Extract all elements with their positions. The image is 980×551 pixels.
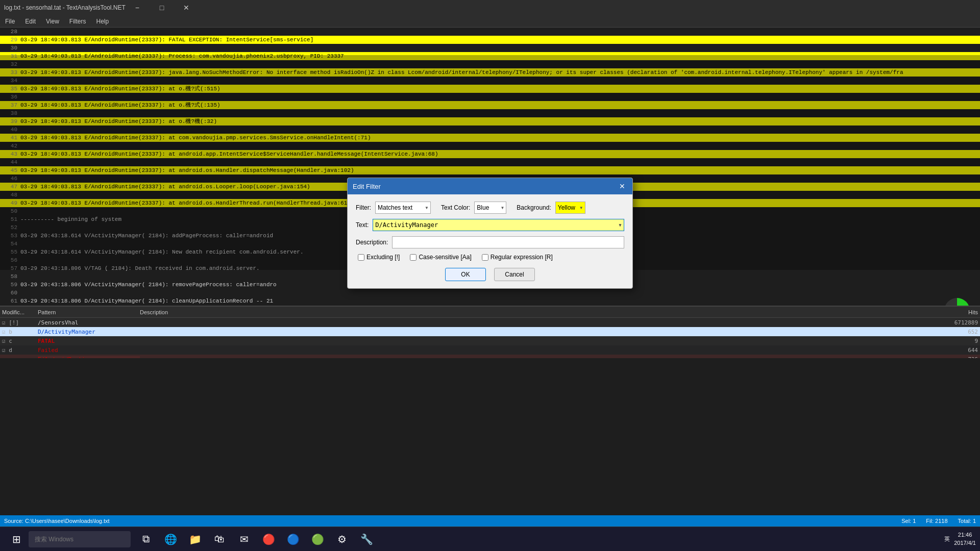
log-line: 60	[0, 289, 980, 297]
background-select-wrap: None Yellow Red Green Blue	[555, 202, 585, 214]
filter-pattern: Failed	[38, 347, 140, 354]
dialog-row-checkboxes: Excluding [!] Case-sensitive [Aa] Regula…	[358, 254, 624, 261]
clock: 21:46 2017/4/1	[954, 531, 976, 547]
titlebar: log.txt - sensorhal.tat - TextAnalysisTo…	[0, 0, 980, 15]
filter-row[interactable]: ☑ [!] /SensorsVhal 6712889	[0, 318, 980, 327]
background-label: Background:	[517, 204, 551, 211]
app2-icon[interactable]: 🔵	[282, 528, 304, 550]
text-color-select[interactable]: Default Blue Red Green Yellow	[474, 202, 506, 214]
clock-date: 2017/4/1	[954, 539, 976, 547]
filter-modif: ☑ e	[2, 356, 38, 359]
log-line: 30	[0, 44, 980, 52]
close-button[interactable]: ✕	[175, 0, 198, 15]
ok-button[interactable]: OK	[445, 268, 486, 281]
filter-select-wrap: Matches text Does not match Matches rege…	[375, 202, 431, 214]
filter-modif: ☑ [!]	[2, 319, 38, 326]
regex-label: Regular expression [R]	[491, 254, 553, 261]
filter-hits: 736	[937, 356, 978, 359]
dialog-backdrop: Edit Filter ✕ Filter: Matches text Does …	[0, 55, 980, 270]
edge-icon[interactable]: 🌐	[159, 528, 182, 550]
explorer-icon[interactable]: 📁	[184, 528, 206, 550]
maximize-button[interactable]: □	[150, 0, 174, 15]
text-color-label: Text Color:	[441, 204, 470, 211]
dialog-row-filter: Filter: Matches text Does not match Matc…	[356, 202, 624, 214]
dialog-button-row: OK Cancel	[356, 268, 624, 281]
log-line: 28	[0, 28, 980, 36]
mail-icon[interactable]: ✉	[233, 528, 255, 550]
menu-edit[interactable]: Edit	[20, 15, 41, 27]
filter-modif: ☑ c	[2, 338, 38, 344]
filter-modif: ☑ d	[2, 347, 38, 354]
app5-icon[interactable]: 🔧	[355, 528, 378, 550]
description-input[interactable]	[392, 236, 624, 248]
description-label: Description:	[356, 239, 388, 246]
app4-icon[interactable]: ⚙	[331, 528, 353, 550]
excluding-checkbox-label[interactable]: Excluding [!]	[358, 254, 400, 261]
case-sensitive-checkbox-label[interactable]: Case-sensitive [Aa]	[410, 254, 471, 261]
store-icon[interactable]: 🛍	[208, 528, 231, 550]
clock-time: 21:46	[954, 531, 976, 539]
minimize-button[interactable]: −	[126, 0, 149, 15]
filter-modif: ☑ b	[2, 329, 38, 335]
tray-lang: 英	[944, 535, 950, 543]
text-color-select-wrap: Default Blue Red Green Yellow	[474, 202, 506, 214]
statusbar-right: Sel: 1 Fil: 2118 Total: 1	[901, 518, 976, 524]
regex-checkbox[interactable]	[482, 254, 488, 261]
excluding-checkbox[interactable]	[358, 254, 364, 261]
taskbar-right: 英 21:46 2017/4/1	[944, 531, 976, 547]
dialog-row-description: Description:	[356, 236, 624, 248]
filter-row[interactable]: ☑ c FATAL 9	[0, 336, 980, 345]
text-input[interactable]	[373, 219, 624, 231]
window-title: log.txt - sensorhal.tat - TextAnalysisTo…	[4, 4, 126, 11]
menubar: File Edit View Filters Help	[0, 15, 980, 28]
log-line: 62	[0, 305, 980, 306]
log-line: 2903-29 18:49:03.813 E/AndroidRuntime(23…	[0, 36, 980, 44]
app1-icon[interactable]: 🔴	[257, 528, 280, 550]
start-button[interactable]: ⊞	[4, 527, 29, 552]
menu-help[interactable]: Help	[91, 15, 114, 27]
dialog-titlebar: Edit Filter ✕	[348, 178, 632, 194]
task-view-button[interactable]: ⧉	[135, 528, 157, 550]
menu-view[interactable]: View	[41, 15, 64, 27]
log-line: 6103-29 20:43:18.806 D/ActivityManager( …	[0, 297, 980, 305]
menu-filters[interactable]: Filters	[64, 15, 91, 27]
cancel-button[interactable]: Cancel	[494, 268, 535, 281]
case-sensitive-checkbox[interactable]	[410, 254, 416, 261]
dialog-row-text: Text: ▼	[356, 219, 624, 231]
filter-pattern: D/ActivityManager	[38, 329, 140, 335]
progress-indicator: 60%	[944, 298, 970, 306]
filter-hits: 9	[937, 338, 978, 344]
filter-header: Modific... Pattern Description Hits	[0, 307, 980, 318]
dialog-body: Filter: Matches text Does not match Matc…	[348, 194, 632, 288]
filter-label: Filter:	[356, 204, 371, 211]
filter-select[interactable]: Matches text Does not match Matches rege…	[375, 202, 431, 214]
taskbar-search[interactable]	[29, 531, 131, 547]
filter-col-pattern: Pattern	[38, 309, 140, 315]
filter-row[interactable]: ☑ b D/ActivityManager 652	[0, 327, 980, 336]
filter-hits: 652	[937, 329, 978, 335]
dialog-close-button[interactable]: ✕	[617, 181, 627, 191]
statusbar-sel: Sel: 1	[901, 518, 916, 524]
dialog-title: Edit Filter	[353, 183, 617, 190]
regex-checkbox-label[interactable]: Regular expression [R]	[482, 254, 553, 261]
filter-row[interactable]: ☑ e E/AndroidRuntime 736	[0, 355, 980, 358]
edit-filter-dialog: Edit Filter ✕ Filter: Matches text Does …	[347, 178, 633, 289]
filter-pattern: E/AndroidRuntime	[38, 356, 140, 359]
statusbar: Source: C:\Users\hasee\Downloads\log.txt…	[0, 515, 980, 527]
taskbar-icons: ⧉ 🌐 📁 🛍 ✉ 🔴 🔵 🟢 ⚙ 🔧	[135, 528, 378, 550]
app3-icon[interactable]: 🟢	[306, 528, 329, 550]
filter-row[interactable]: ☑ d Failed 644	[0, 345, 980, 355]
filter-col-desc: Description	[140, 309, 937, 315]
filter-hits: 6712889	[937, 319, 978, 326]
filter-pattern: /SensorsVhal	[38, 319, 140, 326]
text-label: Text:	[356, 221, 369, 229]
log-area: 28 2903-29 18:49:03.813 E/AndroidRuntime…	[0, 28, 980, 306]
background-select[interactable]: None Yellow Red Green Blue	[555, 202, 585, 214]
excluding-label: Excluding [!]	[366, 254, 400, 261]
filter-hits: 644	[937, 347, 978, 354]
taskbar: ⊞ ⧉ 🌐 📁 🛍 ✉ 🔴 🔵 🟢 ⚙ 🔧 英 21:46 2017/4/1	[0, 527, 980, 551]
text-input-wrap: ▼	[373, 219, 624, 231]
filter-col-hits: Hits	[937, 309, 978, 315]
menu-file[interactable]: File	[0, 15, 20, 27]
filter-col-modif: Modific...	[2, 309, 38, 315]
